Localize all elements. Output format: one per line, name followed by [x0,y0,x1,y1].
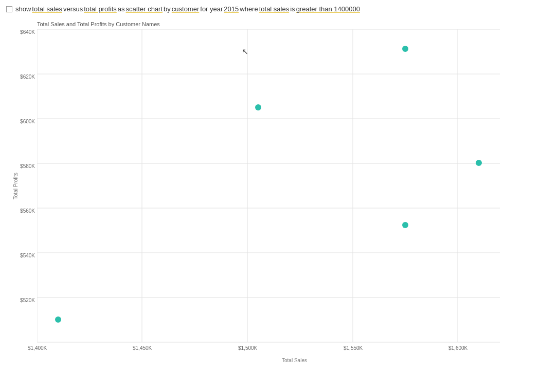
query-checkbox[interactable] [6,6,12,12]
dot-4[interactable] [402,222,408,228]
x-tick-1600: $1,600K [448,345,467,351]
y-tick-560: $560K [20,208,35,214]
query-word-is: is [290,4,295,15]
x-tick-1500: $1,500K [238,345,257,351]
x-axis-label: Total Sales [6,358,552,363]
x-tick-1450: $1,450K [133,345,152,351]
x-tick-1550: $1,550K [344,345,363,351]
query-link-total-sales-filter[interactable]: total sales [259,4,290,15]
dot-3[interactable] [402,46,408,52]
query-link-total-sales[interactable]: total sales [32,4,62,15]
y-tick-520: $520K [20,297,35,303]
chart-container: Total Sales and Total Profits by Custome… [6,21,552,363]
query-link-scatter-chart[interactable]: scatter chart [126,4,163,15]
y-tick-640: $640K [20,29,35,35]
query-word-for-year: for year [200,4,223,15]
chart-title: Total Sales and Total Profits by Custome… [6,21,552,27]
query-word-show: show [15,4,31,15]
query-link-filter-value[interactable]: greater than 1400000 [296,4,360,15]
query-link-year[interactable]: 2015 [224,4,239,15]
x-tick-1400: $1,400K [28,345,47,351]
query-link-total-profits[interactable]: total profits [84,4,117,15]
y-tick-540: $540K [20,253,35,258]
query-bar: show total sales versus total profits as… [0,0,558,17]
y-tick-580: $580K [20,163,35,169]
y-tick-600: $600K [20,119,35,124]
query-word-where: where [240,4,258,15]
query-word-by: by [164,4,171,15]
query-word-versus: versus [63,4,83,15]
dot-2[interactable] [255,104,261,110]
y-tick-620: $620K [20,74,35,80]
query-link-customer[interactable]: customer [172,4,199,15]
dot-1[interactable] [55,316,61,323]
dot-5[interactable] [476,160,482,166]
scatter-chart-svg [37,29,510,343]
query-word-as: as [118,4,125,15]
y-axis-label: Total Profits [13,173,19,199]
